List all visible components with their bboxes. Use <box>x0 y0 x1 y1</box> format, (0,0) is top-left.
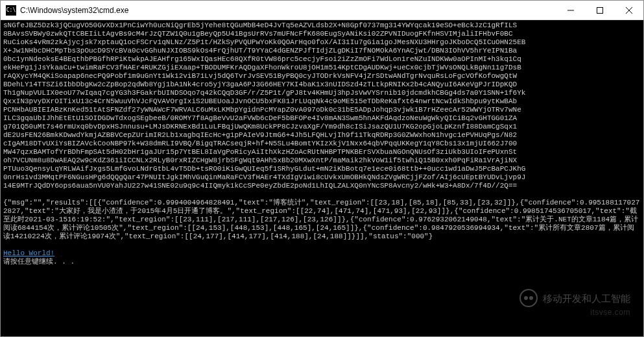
maximize-icon <box>597 7 603 14</box>
watermark-sub-text: itsvse.com <box>590 308 630 317</box>
window-title: C:\Windows\system32\cmd.exe <box>20 6 556 15</box>
watermark: 移动开发和人工智能 <box>519 289 630 307</box>
press-any-key-prompt: 请按任意键继续. . . <box>3 258 75 266</box>
minimize-button[interactable] <box>556 1 585 19</box>
cmd-icon: C:\ <box>6 5 16 16</box>
hello-world-text: Hello World! <box>3 249 54 257</box>
wechat-icon <box>519 289 538 307</box>
titlebar[interactable]: C:\ C:\Windows\system32\cmd.exe <box>1 1 643 20</box>
close-button[interactable] <box>614 1 643 19</box>
maximize-button[interactable] <box>585 1 614 19</box>
console-json-output: {"msg":"","results":[[{"confidence":0.99… <box>3 199 639 240</box>
console-output[interactable]: sNGfeJBZ5Dzk3jQCugVO50GvXDx1PnCiwYh0ucNi… <box>1 20 643 336</box>
watermark-main-text: 移动开发和人工智能 <box>543 294 630 303</box>
console-blob-text: sNGfeJBZ5Dzk3jQCugVO50GvXDx1PnCiwYh0ucNi… <box>3 21 525 190</box>
close-icon <box>626 7 632 14</box>
svg-rect-1 <box>597 7 602 13</box>
cmd-window: C:\ C:\Windows\system32\cmd.exe sNGfeJBZ… <box>0 0 644 337</box>
window-controls <box>556 1 643 19</box>
minimize-icon <box>567 7 574 14</box>
